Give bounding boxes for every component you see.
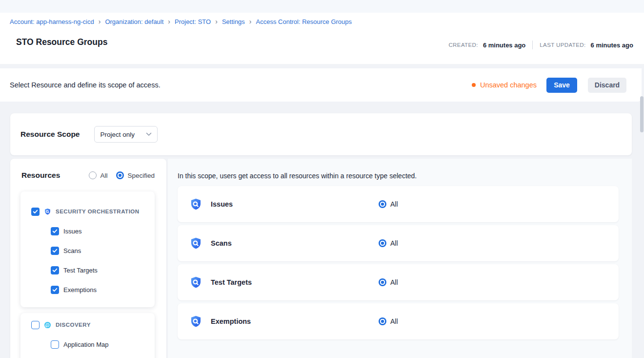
- application-map-label: Application Map: [63, 341, 109, 348]
- last-updated-value: 6 minutes ago: [591, 42, 633, 49]
- test-targets-checkbox[interactable]: [51, 266, 59, 274]
- toolbar-description: Select Resource and define its scope of …: [10, 81, 161, 89]
- access-radio-all[interactable]: All: [379, 278, 398, 286]
- resource-card-title: Issues: [211, 200, 233, 208]
- sto-shield-icon: [189, 198, 202, 211]
- security-orchestration-label: SECURITY ORCHESTRATION: [56, 209, 140, 214]
- breadcrumb-organization-link[interactable]: Organization: default: [105, 18, 163, 25]
- breadcrumb-access-control-link[interactable]: Access Control: Resource Groups: [256, 18, 352, 25]
- tree-item-scans[interactable]: Scans: [31, 246, 145, 255]
- check-icon: [33, 210, 38, 214]
- resource-card-exemptions: Exemptions All: [178, 303, 619, 339]
- scans-label: Scans: [63, 247, 81, 254]
- breadcrumb-project-link[interactable]: Project: STO: [175, 18, 211, 25]
- radio-selected-icon[interactable]: [379, 317, 386, 325]
- resource-card-issues: Issues All: [178, 186, 619, 222]
- test-targets-label: Test Targets: [63, 267, 98, 274]
- radio-specified-icon[interactable]: [116, 171, 124, 179]
- breadcrumb-settings-link[interactable]: Settings: [222, 18, 245, 25]
- exemptions-label: Exemptions: [63, 286, 97, 294]
- tree-item-application-map[interactable]: Application Map: [31, 340, 145, 349]
- scope-dropdown-value: Project only: [100, 131, 135, 138]
- discovery-checkbox[interactable]: [31, 321, 40, 329]
- vertical-scrollbar[interactable]: [640, 96, 644, 132]
- resource-scope-label: Resource Scope: [20, 130, 80, 139]
- radio-selected-icon[interactable]: [379, 239, 386, 247]
- action-toolbar: Select Resource and define its scope of …: [0, 68, 642, 102]
- toolbar-actions: Unsaved changes Save Discard: [472, 78, 626, 93]
- access-radio-all[interactable]: All: [379, 317, 398, 325]
- radio-selected-icon[interactable]: [379, 200, 386, 208]
- security-orchestration-group-card: SECURITY ORCHESTRATION Issues Scans Test…: [20, 191, 155, 307]
- created-value: 6 minutes ago: [483, 42, 525, 49]
- scope-dropdown[interactable]: Project only: [94, 126, 158, 143]
- discard-button[interactable]: Discard: [588, 78, 626, 93]
- breadcrumb-account-link[interactable]: Account: app-harness-ng-cicd: [10, 18, 94, 25]
- resource-card-title: Test Targets: [211, 278, 252, 286]
- discovery-group-card: DISCOVERY Application Map: [20, 313, 155, 358]
- radio-specified-label: Specified: [127, 172, 155, 179]
- access-all-label: All: [390, 200, 398, 208]
- resources-mode-radio-group: All Specified: [89, 171, 155, 179]
- access-all-label: All: [390, 278, 398, 286]
- discovery-radar-icon: [44, 321, 51, 329]
- breadcrumb-separator-icon: ›: [99, 19, 101, 25]
- discovery-label: DISCOVERY: [56, 322, 91, 328]
- scans-checkbox[interactable]: [51, 247, 59, 255]
- sto-shield-icon: [44, 208, 51, 215]
- resource-card-title: Exemptions: [211, 317, 251, 325]
- sto-shield-icon: [189, 276, 202, 289]
- resource-card-title: Scans: [211, 239, 232, 247]
- issues-label: Issues: [63, 228, 82, 235]
- tree-group-row[interactable]: SECURITY ORCHESTRATION: [31, 207, 145, 216]
- page-title: STO Resource Groups: [16, 37, 107, 47]
- unsaved-changes-label: Unsaved changes: [480, 81, 537, 89]
- access-radio-all[interactable]: All: [379, 200, 398, 208]
- tree-item-issues[interactable]: Issues: [31, 227, 145, 235]
- breadcrumb-separator-icon: ›: [215, 19, 218, 25]
- check-icon: [52, 249, 58, 253]
- save-button[interactable]: Save: [546, 78, 577, 93]
- issues-checkbox[interactable]: [51, 227, 59, 235]
- resource-card-test-targets: Test Targets All: [178, 264, 619, 300]
- page-header: Account: app-harness-ng-cicd › Organizat…: [0, 0, 644, 64]
- header-meta: CREATED: 6 minutes ago LAST UPDATED: 6 m…: [448, 41, 633, 49]
- radio-selected-icon[interactable]: [379, 278, 386, 286]
- sto-shield-icon: [189, 237, 202, 250]
- resources-panel: Resources All Specified: [10, 159, 166, 358]
- sto-shield-icon: [189, 315, 202, 328]
- created-label: CREATED:: [448, 42, 478, 48]
- exemptions-checkbox[interactable]: [51, 286, 59, 294]
- radio-specified[interactable]: Specified: [116, 171, 155, 179]
- meta-divider: [532, 41, 533, 49]
- tree-group-row[interactable]: DISCOVERY: [31, 320, 145, 329]
- security-orchestration-checkbox[interactable]: [31, 208, 40, 216]
- breadcrumb-separator-icon: ›: [168, 19, 170, 25]
- access-all-label: All: [390, 239, 398, 247]
- unsaved-changes-indicator: Unsaved changes: [472, 81, 537, 89]
- last-updated-label: LAST UPDATED:: [540, 42, 585, 48]
- resources-panel-header: Resources All Specified: [10, 159, 166, 180]
- tree-item-exemptions[interactable]: Exemptions: [31, 285, 145, 294]
- scope-detail-panel: In this scope, users get access to all r…: [168, 159, 632, 358]
- breadcrumb-separator-icon: ›: [249, 19, 252, 25]
- header-top-strip: [0, 0, 644, 13]
- breadcrumb: Account: app-harness-ng-cicd › Organizat…: [10, 18, 352, 25]
- tree-item-test-targets[interactable]: Test Targets: [31, 266, 145, 274]
- resource-card-scans: Scans All: [178, 225, 619, 261]
- radio-all-icon[interactable]: [89, 171, 97, 179]
- chevron-down-icon: [146, 132, 152, 136]
- radio-all-label: All: [100, 172, 107, 179]
- radio-all[interactable]: All: [89, 171, 107, 179]
- access-radio-all[interactable]: All: [379, 239, 398, 247]
- check-icon: [52, 268, 58, 273]
- access-all-label: All: [390, 317, 398, 325]
- scope-description: In this scope, users get access to all r…: [168, 159, 632, 180]
- check-icon: [52, 288, 58, 292]
- resources-title: Resources: [21, 171, 60, 180]
- resource-scope-card: Resource Scope Project only: [10, 113, 632, 155]
- application-map-checkbox[interactable]: [51, 340, 59, 349]
- unsaved-dot-icon: [472, 83, 476, 87]
- check-icon: [52, 229, 58, 233]
